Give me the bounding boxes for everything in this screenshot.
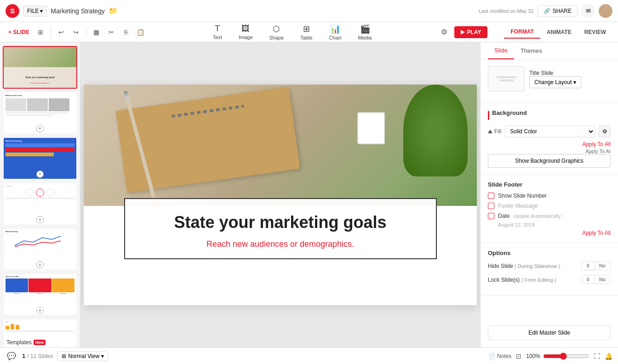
slide-canvas[interactable]: State your marketing goals Reach new aud… — [84, 85, 477, 305]
grid-view-icon: ⊞ — [62, 353, 66, 359]
lock-slide-toggle-no[interactable]: No — [595, 275, 610, 284]
coffee-mug-visual — [357, 112, 385, 144]
play-dropdown-button[interactable]: ▾ — [491, 26, 500, 38]
share-icon: 🔗 — [544, 8, 550, 14]
notes-button[interactable]: 📄 Notes — [488, 353, 511, 359]
edit-master-slide-button[interactable]: Edit Master Slide — [488, 325, 611, 340]
media-tool[interactable]: 🎬 Media — [355, 23, 376, 42]
add-slide-after-2[interactable]: + — [36, 125, 44, 132]
copy-button[interactable]: ⎘ — [120, 26, 132, 39]
image-tool[interactable]: 🖼 Image — [235, 23, 257, 41]
paste-button[interactable]: 📋 — [134, 26, 147, 39]
slide-thumbnail-2[interactable]: Marketing Account + — [3, 91, 77, 134]
hide-slide-toggle-no[interactable]: No — [595, 262, 610, 270]
panel-spacer — [481, 296, 618, 318]
document-title: Marketing Strategy — [51, 7, 105, 15]
settings-button[interactable]: ⚙ — [438, 26, 451, 39]
lock-slide-sub: ( From Editing ) — [521, 277, 556, 283]
cut-button[interactable]: ✂ — [105, 26, 118, 39]
layout-info: Title Slide Change Layout ▾ — [529, 70, 581, 88]
slide-subtitle: Reach new audiences or demographics. — [143, 239, 418, 249]
show-slide-number-checkbox[interactable] — [488, 193, 494, 199]
bell-icon: ✉ — [586, 7, 591, 14]
redo-button[interactable]: ↪ — [69, 26, 82, 39]
play-icon — [461, 30, 465, 34]
add-slide-after-5[interactable]: + — [36, 261, 44, 268]
add-slide-after-3[interactable]: + — [36, 171, 44, 178]
undo-button[interactable]: ↩ — [55, 26, 68, 39]
fill-row: Fill No FillSolid ColorGradient FillImag… — [488, 125, 611, 137]
play-button[interactable]: PLAY — [454, 26, 488, 38]
chart-tool[interactable]: 📊 Chart — [326, 23, 345, 42]
hide-slide-toggle-ii[interactable]: II — [582, 262, 595, 270]
add-slide-after-6[interactable]: + — [36, 307, 44, 314]
templates-section: Templates New — [3, 337, 49, 347]
share-button[interactable]: 🔗 SHARE — [538, 5, 578, 17]
notifications-button[interactable]: ✉ — [581, 4, 595, 18]
zoom-fit-button[interactable]: ⊡ — [516, 353, 521, 360]
slide-layout-button[interactable]: ▦ — [90, 26, 103, 39]
tab-format[interactable]: FORMAT — [504, 26, 540, 39]
fill-triangle-icon[interactable] — [488, 130, 492, 133]
fill-select[interactable]: No FillSolid ColorGradient FillImage Fil… — [505, 125, 595, 137]
tab-animate[interactable]: ANIMATE — [540, 26, 578, 39]
show-background-graphics-button[interactable]: Show Background Graphics — [488, 154, 611, 168]
current-page-number[interactable]: 1 — [22, 353, 25, 359]
lock-slide-toggle: II No — [582, 275, 611, 284]
slide-thumbnail-4[interactable]: Some Title + — [3, 182, 77, 225]
right-panel-tabs: Slide Themes — [481, 42, 618, 60]
file-menu-button[interactable]: FILE ▾ — [23, 6, 47, 17]
zoom-out-button[interactable]: 🔔 — [605, 353, 612, 360]
apply-to-all-footer-button[interactable]: Apply To All — [582, 230, 611, 236]
tab-slide[interactable]: Slide — [488, 42, 514, 59]
add-slide-after-4[interactable]: + — [36, 216, 44, 223]
lock-slide-row: Lock Slide(s) ( From Editing ) II No — [488, 275, 611, 284]
footer-section-title: Slide Footer — [488, 181, 611, 188]
layout-name: Title Slide — [529, 70, 581, 76]
tab-review[interactable]: REVIEW — [578, 26, 612, 39]
slide-thumbnail-6[interactable]: Online Pricing Table 3.50/ mon 5.00/ mon… — [3, 273, 77, 316]
section-accent-line — [488, 111, 489, 120]
last-modified-text: Last modified on May 31 — [479, 8, 534, 14]
thumb-2-text: Marketing Account — [6, 94, 74, 97]
zoom-level-text: 100% — [526, 353, 540, 359]
slide-panel: 1 State your marketing goals Reach new a… — [0, 42, 80, 347]
zoom-fullscreen-button[interactable]: ⛶ — [594, 353, 600, 360]
thumb-4-text: Some Title — [6, 185, 74, 187]
top-bar: S FILE ▾ Marketing Strategy 📁 Last modif… — [0, 0, 618, 22]
footer-message-label: Footer Message — [498, 203, 538, 209]
shape-tool[interactable]: ⬡ Shape — [266, 23, 288, 42]
tab-themes[interactable]: Themes — [514, 42, 549, 59]
main-content: 1 State your marketing goals Reach new a… — [0, 42, 618, 347]
hide-slide-toggle: II No — [582, 261, 611, 270]
text-tool[interactable]: T Text — [209, 23, 226, 41]
thumb-6-text: Online Pricing Table — [6, 276, 74, 278]
zoom-slider[interactable] — [543, 353, 589, 360]
grid-view-button[interactable]: ⊞ — [34, 26, 47, 39]
fill-color-settings-button[interactable]: ⚙ — [599, 125, 611, 137]
table-tool[interactable]: ⊞ Table — [297, 23, 316, 42]
slide-thumbnail-1[interactable]: State your marketing goals Reach new aud… — [3, 46, 77, 89]
date-row: Date Update Automatically — [488, 213, 611, 219]
page-indicator: 1 / 11 Slides — [22, 353, 53, 359]
slide-text-box[interactable]: State your marketing goals Reach new aud… — [124, 198, 437, 259]
layout-line-2 — [499, 80, 514, 81]
change-layout-button[interactable]: Change Layout ▾ — [529, 76, 581, 88]
user-avatar[interactable] — [599, 4, 612, 18]
apply-to-all-button[interactable]: Apply To All — [582, 141, 611, 148]
update-auto-text: Update Automatically — [513, 213, 611, 219]
footer-message-checkbox[interactable] — [488, 203, 494, 209]
date-checkbox[interactable] — [488, 213, 494, 219]
lock-slide-toggle-ii[interactable]: II — [582, 275, 595, 284]
view-selector-button[interactable]: ⊞ Normal View ▾ — [57, 351, 108, 361]
templates-button[interactable]: Templates New — [3, 337, 49, 347]
hide-slide-labels: Hide Slide ( During Slideshow ) — [488, 262, 560, 269]
lock-slide-label: Lock Slide(s) — [488, 277, 520, 283]
chat-button[interactable]: 💬 — [6, 350, 17, 362]
slide-thumbnail-5[interactable]: Marketing Strategy + — [3, 228, 77, 271]
add-slide-button[interactable]: + SLIDE — [6, 27, 32, 37]
slide-thumbnail-3[interactable]: Marketing Strategy + — [3, 137, 77, 180]
chevron-down-icon: ▾ — [40, 8, 43, 14]
apply-to-ai-button[interactable]: Apply To AI — [585, 148, 611, 154]
folder-icon[interactable]: 📁 — [109, 6, 118, 15]
